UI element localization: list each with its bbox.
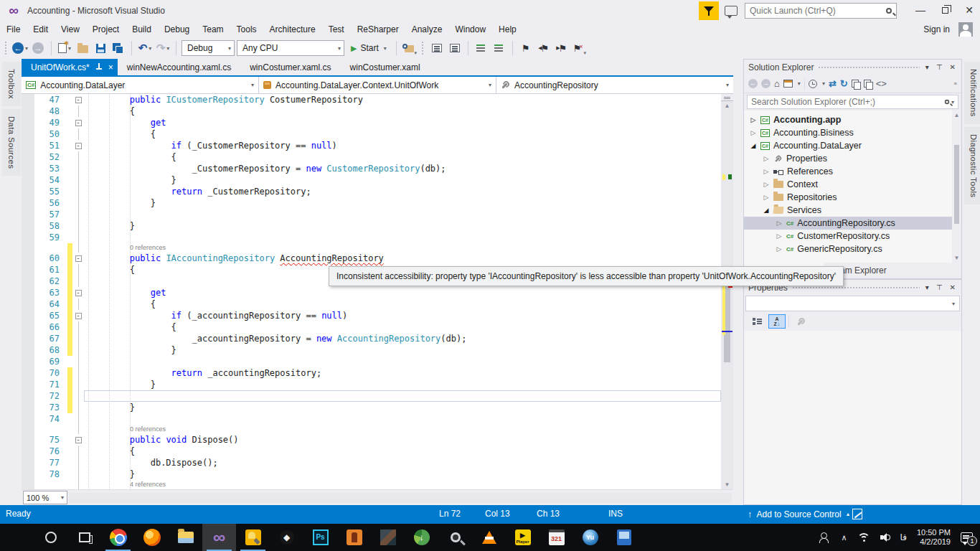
collapse-all-button[interactable] (852, 80, 860, 88)
code-text[interactable] (84, 390, 721, 402)
code-text[interactable]: public ICustomerRepository CostumerRepos… (84, 94, 721, 105)
people-icon[interactable] (819, 532, 831, 542)
breakpoint-margin[interactable] (22, 105, 34, 117)
breakpoint-margin[interactable] (22, 480, 34, 489)
code-text[interactable]: } (84, 344, 721, 356)
breakpoint-margin[interactable] (22, 402, 34, 413)
new-project-button[interactable]: ▾ (57, 40, 72, 56)
collapse-arrow-icon[interactable]: ◢ (750, 142, 757, 149)
code-text[interactable]: if (_CustomerRepository == null) (84, 140, 721, 151)
menu-test[interactable]: Test (322, 22, 351, 37)
cortana-taskbar-button[interactable] (34, 524, 67, 551)
tab-wincostumer-xaml-cs[interactable]: winCostumer.xaml.cs (240, 59, 340, 75)
photoshop-taskbar-button[interactable]: Ps (303, 524, 337, 551)
tree-scrollbar-thumb[interactable] (954, 145, 959, 224)
tool-tab-data-sources[interactable]: Data Sources (2, 109, 21, 176)
scroll-down-arrow[interactable]: ▼ (721, 480, 733, 489)
status-column[interactable]: Col 13 (485, 509, 510, 519)
comment-selection-button[interactable] (429, 40, 445, 56)
fold-collapse-box[interactable]: - (75, 313, 82, 319)
tab-wincostumer-xaml[interactable]: winCostumer.xaml (341, 59, 430, 75)
sync-with-active-document-button[interactable]: ⇄ (829, 78, 837, 90)
vlc-taskbar-button[interactable] (472, 524, 506, 551)
member-dropdown[interactable]: AccountingRepository▾ (496, 77, 733, 93)
code-text[interactable]: db.Dispose(); (84, 457, 721, 468)
tree-item-accounting-datalayer[interactable]: ◢C#Accounting.DataLayer (744, 139, 961, 152)
code-text[interactable]: { (84, 321, 721, 333)
breakpoint-margin[interactable] (22, 243, 34, 253)
tree-item-accountingrepository-cs[interactable]: ▷C#AccountingRepository.cs (744, 217, 961, 230)
tree-item-services[interactable]: ◢Services (744, 204, 961, 217)
volume-icon[interactable] (880, 533, 890, 542)
menu-tools[interactable]: Tools (230, 22, 263, 37)
notifications-filter-icon[interactable] (699, 1, 719, 20)
find-in-files-button[interactable]: ▾ (402, 40, 418, 56)
editor-zoom-combobox[interactable]: 100 %▾ (23, 491, 67, 504)
restore-button[interactable] (934, 2, 956, 19)
player-app-taskbar-button[interactable]: Player (506, 524, 540, 551)
internet-download-manager-taskbar-button[interactable]: ↓ (405, 524, 438, 551)
solution-platform-combobox[interactable]: Any CPU▾ (237, 40, 344, 56)
breakpoint-margin[interactable] (22, 434, 34, 446)
breakpoint-margin[interactable] (22, 457, 34, 468)
toolbar-grip[interactable] (422, 42, 425, 55)
expand-arrow-icon[interactable]: ▷ (763, 181, 770, 188)
close-icon[interactable]: ✕ (948, 283, 957, 291)
breakpoint-margin[interactable] (22, 94, 34, 105)
file-explorer-taskbar-button[interactable] (169, 524, 202, 551)
expand-arrow-icon[interactable]: ▷ (750, 116, 757, 123)
code-text[interactable]: { (84, 298, 721, 310)
code-text[interactable]: { (84, 128, 721, 140)
alphabetical-button[interactable]: AZ↓ (768, 314, 786, 329)
code-text[interactable]: } (84, 468, 721, 480)
task-view-taskbar-button[interactable] (67, 524, 101, 551)
tool-tab-toolbox[interactable]: Toolbox (2, 62, 21, 106)
breakpoint-margin[interactable] (22, 163, 34, 174)
fold-collapse-box[interactable]: - (75, 255, 82, 262)
code-text[interactable] (84, 232, 721, 243)
menu-window[interactable]: Window (448, 22, 492, 37)
status-insert-mode[interactable]: INS (608, 509, 623, 519)
preview-code-button[interactable]: <> (876, 78, 887, 90)
tool-tab-notifications[interactable]: Notifications (964, 62, 980, 124)
add-to-source-control-button[interactable]: ↑ Add to Source Control ▲ (748, 509, 851, 519)
breakpoint-margin[interactable] (22, 253, 34, 264)
ytd-downloader-taskbar-button[interactable]: Yu (573, 524, 607, 551)
breakpoint-margin[interactable] (22, 333, 34, 344)
sql-server-management-studio-taskbar-button[interactable] (236, 524, 270, 551)
redo-button[interactable]: ↷▾ (155, 40, 171, 56)
scroll-up-arrow[interactable]: ▲ (721, 101, 733, 110)
code-text[interactable]: if (_accountingRepository == null) (84, 310, 721, 321)
breakpoint-margin[interactable] (22, 186, 34, 197)
code-text[interactable]: } (84, 402, 721, 413)
refresh-button[interactable]: ↻ (840, 78, 848, 90)
tab-unitofwork-cs-[interactable]: UnitOfWork.cs*× (22, 59, 118, 75)
orange-app-taskbar-button[interactable] (337, 524, 371, 551)
pin-icon[interactable]: ⊤ (935, 63, 944, 71)
menu-help[interactable]: Help (492, 22, 523, 37)
codelens-label[interactable]: 0 references (84, 243, 721, 253)
code-text[interactable]: public void Dispose() (84, 434, 721, 446)
save-all-button[interactable] (110, 40, 126, 56)
breakpoint-margin[interactable] (22, 209, 34, 220)
breakpoint-margin[interactable] (22, 367, 34, 379)
breakpoint-margin[interactable] (22, 298, 34, 310)
minimize-button[interactable]: — (910, 2, 931, 19)
window-position-icon[interactable]: ▾ (924, 63, 930, 71)
forward-button[interactable]: → (761, 79, 771, 88)
toggle-bookmark-button[interactable]: ⚑ (518, 40, 534, 56)
code-text[interactable] (84, 209, 721, 220)
menu-team[interactable]: Team (196, 22, 230, 37)
code-text[interactable]: } (84, 379, 721, 390)
code-text[interactable]: get (84, 287, 721, 298)
menu-resharper[interactable]: ReSharper (351, 22, 405, 37)
next-bookmark-button[interactable]: ▶⚑ (554, 40, 570, 56)
code-text[interactable]: return _accountingRepository; (84, 367, 721, 379)
breakpoint-margin[interactable] (22, 174, 34, 186)
code-text[interactable]: get (84, 117, 721, 128)
quick-launch-input[interactable] (750, 6, 883, 16)
editor-vertical-scrollbar[interactable]: ▲ ▼ (721, 94, 733, 489)
undo-button[interactable]: ↶▾ (137, 40, 153, 56)
user-avatar[interactable] (958, 22, 973, 37)
wifi-icon[interactable] (857, 533, 870, 542)
